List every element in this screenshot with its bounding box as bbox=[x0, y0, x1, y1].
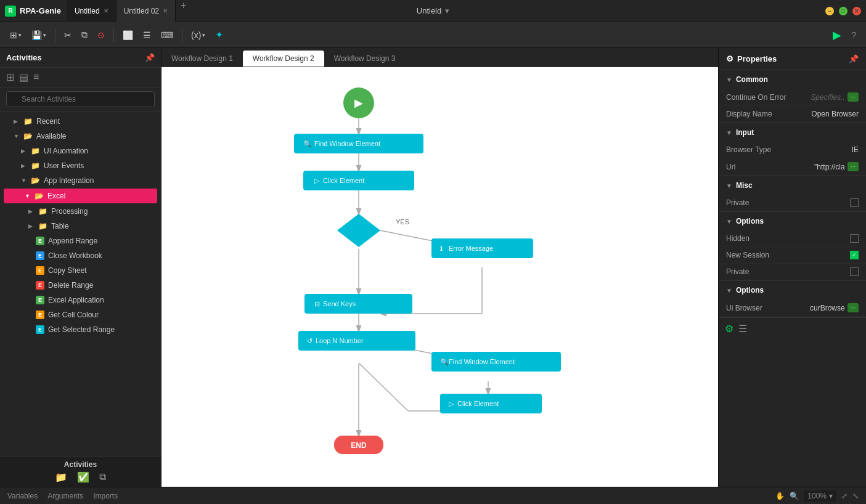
main-area: Activities 📌 ⊞ ▤ ≡ 🔍 ▶ 📁 Recent bbox=[0, 48, 866, 487]
recent-folder-icon: 📁 bbox=[23, 117, 33, 126]
user-events-arrow: ▶ bbox=[21, 163, 27, 169]
tab-variables[interactable]: Variables bbox=[7, 492, 38, 500]
new-session-checkbox[interactable]: ✓ bbox=[850, 251, 859, 259]
get-cell-colour-icon: E bbox=[36, 311, 44, 319]
hidden-checkbox[interactable] bbox=[850, 234, 859, 243]
prop-section-misc: ▼ Misc Private bbox=[719, 176, 866, 212]
footer-check-icon[interactable]: ✅ bbox=[77, 471, 89, 483]
fit-icon[interactable]: ⤢ bbox=[841, 492, 848, 500]
continue-on-error-more[interactable]: ··· bbox=[848, 92, 859, 102]
zoom-search-icon[interactable]: 🔍 bbox=[790, 492, 799, 500]
toolbar-separator-2 bbox=[113, 28, 114, 43]
title-tab-bar: Untitled ✕ Untitled 02 ✕ + bbox=[67, 0, 191, 22]
window-controls: − □ ✕ bbox=[825, 7, 861, 15]
title-tab-1[interactable]: Untitled ✕ bbox=[67, 0, 116, 22]
hand-icon[interactable]: ✋ bbox=[775, 492, 785, 500]
footer-folder-icon[interactable]: 📁 bbox=[55, 471, 67, 483]
variables-button[interactable]: (x) ▾ bbox=[187, 28, 209, 43]
sidebar-pin-icon[interactable]: 📌 bbox=[145, 53, 155, 62]
display-name-label: Display Name bbox=[726, 110, 772, 118]
tree-item-excel-application[interactable]: E Excel Application bbox=[0, 293, 161, 307]
sidebar-icon-row: ⊞ ▤ ≡ bbox=[0, 68, 161, 87]
table-label: Table bbox=[51, 222, 69, 230]
title-bar: R RPA-Genie Untitled ✕ Untitled 02 ✕ + U… bbox=[0, 0, 866, 22]
tree-item-delete-range[interactable]: E Delete Range bbox=[0, 278, 161, 293]
prop-row-hidden: Hidden bbox=[719, 230, 866, 247]
title-dropdown-icon[interactable]: ▾ bbox=[445, 6, 449, 15]
tree-item-copy-sheet[interactable]: E Copy Sheet bbox=[0, 263, 161, 278]
tree-item-app-integration[interactable]: ▼ 📂 App Integration bbox=[0, 173, 161, 188]
title-tab-1-close[interactable]: ✕ bbox=[104, 7, 108, 14]
sidebar-list-icon[interactable]: ▤ bbox=[19, 71, 28, 83]
tree-item-available[interactable]: ▼ 📂 Available bbox=[0, 129, 161, 144]
ui-automation-arrow: ▶ bbox=[21, 148, 27, 154]
run-button[interactable]: ▶ bbox=[829, 26, 845, 44]
database-button[interactable]: ☰ bbox=[139, 28, 155, 43]
tree-item-close-workbook[interactable]: E Close Workbook bbox=[0, 248, 161, 263]
toolbar-separator-1 bbox=[55, 28, 55, 43]
save-button[interactable]: 💾 ▾ bbox=[28, 28, 50, 43]
canvas[interactable]: YES ▶ 🔍 Find Window Element ▷ Click Elem… bbox=[161, 67, 718, 487]
zoom-dropdown-icon[interactable]: ▾ bbox=[829, 492, 833, 500]
project-title: Untield bbox=[417, 6, 441, 15]
prop-title: ⚙ Properties bbox=[726, 54, 777, 63]
click2-label: Click Element bbox=[457, 400, 499, 407]
record-button[interactable]: ⊙ bbox=[94, 28, 108, 43]
cut-button[interactable]: ✂ bbox=[60, 28, 75, 43]
prop-section-misc-header[interactable]: ▼ Misc bbox=[719, 176, 866, 195]
maximize-button[interactable]: □ bbox=[839, 7, 848, 15]
prop-row-url: Url "http://cla ··· bbox=[719, 158, 866, 176]
misc-label: Misc bbox=[736, 181, 753, 190]
plugin-button[interactable]: ✦ bbox=[211, 26, 227, 43]
tree-item-table[interactable]: ▶ 📁 Table bbox=[0, 219, 161, 234]
continue-on-error-value: Specifies.. ··· bbox=[811, 92, 859, 102]
ui-automation-folder-icon: 📁 bbox=[31, 147, 40, 155]
close-button[interactable]: ✕ bbox=[852, 7, 861, 15]
keyboard-button[interactable]: ⌨ bbox=[157, 28, 177, 43]
private-1-checkbox[interactable] bbox=[850, 198, 859, 207]
search-input[interactable] bbox=[6, 91, 155, 107]
title-tab-2[interactable]: Untitled 02 ✕ bbox=[116, 0, 176, 22]
tree-item-excel[interactable]: ▼ 📂 Excel bbox=[4, 189, 157, 203]
minimize-button[interactable]: − bbox=[825, 7, 834, 15]
tree-item-recent[interactable]: ▶ 📁 Recent bbox=[0, 114, 161, 129]
url-more[interactable]: ··· bbox=[848, 162, 859, 171]
prop-row-new-session: New Session ✓ bbox=[719, 247, 866, 264]
prop-section-options-1-header[interactable]: ▼ Options bbox=[719, 212, 866, 230]
sidebar-filter-icon[interactable]: ≡ bbox=[33, 71, 39, 83]
prop-footer-list-icon[interactable]: ☰ bbox=[738, 323, 747, 335]
options-1-chevron: ▼ bbox=[726, 218, 732, 225]
tree-item-get-cell-colour[interactable]: E Get Cell Colour bbox=[0, 307, 161, 322]
tab-workflow-design-1[interactable]: Workflow Design 1 bbox=[161, 51, 243, 67]
prop-section-options-2-header[interactable]: ▼ Options bbox=[719, 281, 866, 299]
tree-item-processing[interactable]: ▶ 📁 Processing bbox=[0, 204, 161, 219]
prop-pin-icon[interactable]: 📌 bbox=[849, 54, 859, 63]
sidebar-add-icon[interactable]: ⊞ bbox=[6, 71, 14, 83]
tab-workflow-design-2[interactable]: Workflow Design 2 bbox=[243, 51, 324, 67]
tab-workflow-design-3[interactable]: Workflow Design 3 bbox=[324, 51, 406, 67]
tab-arguments[interactable]: Arguments bbox=[47, 492, 83, 500]
ui-browser-more[interactable]: ··· bbox=[848, 303, 859, 312]
add-tab-button[interactable]: + bbox=[176, 0, 191, 22]
expand-icon[interactable]: ⤡ bbox=[852, 492, 859, 500]
copy-button[interactable]: ⧉ bbox=[78, 27, 91, 43]
tree-item-get-selected-range[interactable]: E Get Selected Range bbox=[0, 322, 161, 337]
private-2-checkbox[interactable] bbox=[850, 267, 859, 276]
prop-section-common-header[interactable]: ▼ Common bbox=[719, 70, 866, 89]
footer-copy-icon[interactable]: ⧉ bbox=[99, 471, 106, 483]
title-tab-2-close[interactable]: ✕ bbox=[163, 7, 168, 14]
tree-item-append-range[interactable]: E Append Range bbox=[0, 234, 161, 248]
prop-footer-gear-icon[interactable]: ⚙ bbox=[725, 323, 733, 335]
tree-item-ui-automation[interactable]: ▶ 📁 UI Auomation bbox=[0, 144, 161, 158]
grid-button[interactable]: ⊞ ▾ bbox=[6, 28, 25, 43]
user-events-folder-icon: 📁 bbox=[31, 161, 40, 170]
sidebar-title: Activities bbox=[6, 53, 42, 62]
tree-item-user-events[interactable]: ▶ 📁 User Events bbox=[0, 158, 161, 173]
toolbar-separator-3 bbox=[182, 28, 182, 43]
fullscreen-button[interactable]: ⬜ bbox=[119, 28, 137, 43]
excel-folder-icon: 📂 bbox=[35, 192, 44, 200]
help-button[interactable]: ? bbox=[848, 28, 860, 43]
browser-type-value: IE bbox=[852, 145, 859, 154]
prop-section-input-header[interactable]: ▼ Input bbox=[719, 123, 866, 142]
tab-imports[interactable]: Imports bbox=[93, 492, 118, 500]
